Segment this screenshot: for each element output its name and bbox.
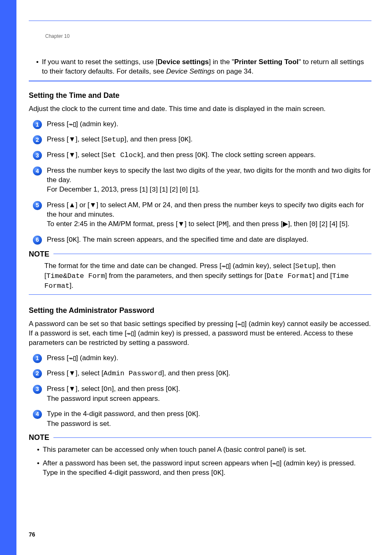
- step-number-icon: 1: [33, 354, 42, 363]
- text: Press [▼], select [: [47, 385, 104, 393]
- text: ]. The main screen appears, and the spec…: [77, 236, 308, 243]
- text: To enter 2:45 in the AM/PM format, press…: [47, 220, 218, 228]
- code: Set Clock: [104, 151, 141, 159]
- code: Time&Date Form: [46, 272, 105, 280]
- code: Admin Password: [104, 370, 162, 377]
- text: ].: [69, 282, 73, 289]
- admin-key-icon: [69, 354, 76, 362]
- divider: [29, 81, 371, 81]
- code: OK: [213, 469, 221, 477]
- text-bold: Printer Setting Tool: [234, 58, 298, 66]
- step-body: Press [▲] or [▼] to select AM, PM or 24,…: [47, 201, 371, 229]
- text: ] (admin key).: [76, 120, 118, 128]
- step-4: 4 Press the number keys to specify the l…: [29, 166, 371, 195]
- step-body: Press the number keys to specify the las…: [47, 166, 371, 195]
- bullet-dot: [37, 445, 39, 455]
- note-bullet-1: This parameter can be accessed only when…: [37, 445, 371, 455]
- admin-key-icon: [69, 120, 76, 128]
- step-number-icon: 5: [33, 201, 42, 210]
- heading-admin-password: Setting the Administrator Password: [29, 305, 371, 315]
- text: ] in the ": [209, 58, 234, 66]
- text: After a password has been set, the passw…: [43, 459, 272, 467]
- side-accent-bar: [0, 0, 16, 555]
- page-content: If you want to reset the settings, use […: [29, 58, 371, 478]
- text: The password input screen appears.: [47, 395, 160, 402]
- text: ]. The clock setting screen appears.: [205, 151, 316, 159]
- divider: [29, 294, 371, 295]
- code: 1: [191, 186, 196, 194]
- code: 5: [341, 220, 346, 228]
- code: OK: [180, 136, 189, 143]
- step-1: 1 Press [] (admin key).: [29, 120, 371, 129]
- text: ].: [346, 220, 349, 228]
- code: On: [104, 385, 112, 393]
- text: Type in the 4-digit password, and then p…: [47, 410, 188, 418]
- steps-time-date: 1 Press [] (admin key). 2 Press [▼], sel…: [29, 120, 371, 245]
- step-1: 1 Press [] (admin key).: [29, 354, 371, 363]
- admin-key-icon: [127, 329, 134, 337]
- text: Press the number keys to specify the las…: [47, 166, 371, 184]
- code: 0: [182, 186, 186, 194]
- steps-admin-password: 1 Press [] (admin key). 2 Press [▼], sel…: [29, 354, 371, 429]
- note-header: NOTE: [29, 432, 371, 442]
- code: OK: [188, 410, 196, 418]
- step-number-icon: 4: [33, 166, 42, 176]
- code: 2: [172, 186, 176, 194]
- text-italic: Device Settings: [166, 67, 214, 75]
- note-label: NOTE: [29, 249, 49, 259]
- code: Date Format: [267, 272, 313, 280]
- step-body: Press [▼], select [Admin Password], and …: [47, 369, 371, 379]
- step-number-icon: 3: [33, 151, 42, 160]
- text: Press [▲] or [▼] to select AM, PM or 24,…: [47, 201, 364, 218]
- page-number: 76: [29, 531, 35, 539]
- note-bullet-2: After a password has been set, the passw…: [37, 459, 371, 478]
- svg-rect-3: [131, 332, 134, 336]
- step-number-icon: 1: [33, 120, 42, 129]
- text: ].: [196, 185, 200, 193]
- note-rule: [53, 254, 371, 254]
- code: OK: [197, 151, 205, 159]
- code: PM: [218, 220, 226, 228]
- code: 1: [142, 186, 146, 194]
- text: Press [▼], select [: [47, 369, 104, 377]
- svg-rect-4: [74, 356, 76, 361]
- step-5: 5 Press [▲] or [▼] to select AM, PM or 2…: [29, 201, 371, 229]
- text: ], and then press [: [112, 385, 168, 393]
- code: 3: [152, 186, 156, 194]
- text: For December 1, 2013, press [: [47, 185, 142, 193]
- heading-time-date: Setting the Time and Date: [29, 90, 371, 100]
- step-3: 3 Press [▼], select [Set Clock], and the…: [29, 150, 371, 160]
- step-body: Press [] (admin key).: [47, 354, 371, 363]
- step-4: 4 Type in the 4-digit password, and then…: [29, 409, 371, 429]
- step-number-icon: 2: [33, 369, 42, 378]
- text: ] and [: [313, 272, 332, 280]
- text: Press [: [47, 236, 69, 243]
- bullet-dot: [37, 459, 39, 478]
- step-number-icon: 6: [33, 236, 42, 245]
- note-header: NOTE: [29, 249, 371, 259]
- note-label: NOTE: [29, 432, 49, 442]
- text: ] (admin key), select [: [229, 262, 295, 270]
- step-body: Type in the 4-digit password, and then p…: [47, 409, 371, 429]
- text: ].: [221, 469, 225, 476]
- admin-key-icon: [221, 262, 229, 270]
- step-body: Press [▼], select [Setup], and then pres…: [47, 135, 371, 145]
- step-number-icon: 4: [33, 410, 42, 419]
- text: ] from the parameters, and then specify …: [105, 272, 267, 280]
- text: This parameter can be accessed only when…: [43, 445, 307, 455]
- note-body: The format for the time and date can be …: [44, 261, 371, 291]
- text: ], and then press [: [162, 369, 218, 377]
- step-2: 2 Press [▼], select [Admin Password], an…: [29, 369, 371, 379]
- note-rule: [53, 437, 371, 438]
- step-body: Press [▼], select [On], and then press […: [47, 384, 371, 404]
- admin-key-icon: [272, 459, 279, 467]
- text: Press [▼], select [: [47, 151, 104, 159]
- step-body: Press [▼], select [Set Clock], and then …: [47, 150, 371, 160]
- text: ].: [176, 385, 180, 393]
- step-6: 6 Press [OK]. The main screen appears, a…: [29, 235, 371, 245]
- code: Setup: [104, 136, 125, 143]
- svg-rect-0: [74, 123, 76, 127]
- step-number-icon: 3: [33, 385, 42, 394]
- bullet-dot: [36, 58, 39, 76]
- intro-time-date: Adjust the clock to the current time and…: [29, 104, 371, 114]
